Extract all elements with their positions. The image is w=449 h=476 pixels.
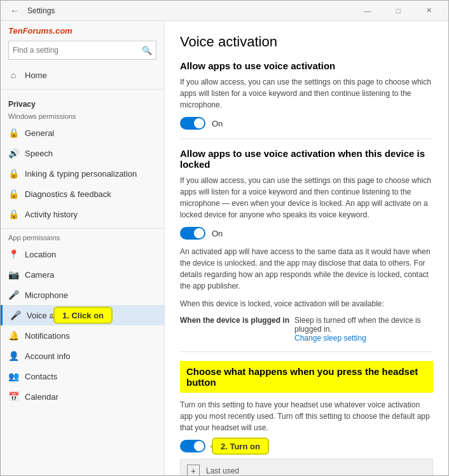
toggle-knob-1 [194, 118, 204, 128]
location-icon: 📍 [8, 249, 18, 259]
notifications-icon: 🔔 [8, 330, 18, 341]
microphone-icon: 🎤 [8, 290, 18, 300]
camera-icon: 📷 [8, 269, 18, 280]
toggle-row-1: On [180, 117, 433, 130]
close-button[interactable]: ✕ [414, 1, 443, 21]
sidebar-item-voice[interactable]: 🎤 Voice activation 1. Click on [1, 305, 164, 325]
titlebar: ← Settings — □ ✕ [1, 1, 448, 21]
activity-icon: 🔒 [8, 209, 18, 219]
sidebar-item-account[interactable]: 👤 Account info [1, 346, 164, 366]
sidebar-item-label: Contacts [25, 372, 57, 381]
toggle-locked[interactable] [180, 227, 205, 240]
sidebar-divider [1, 89, 164, 90]
sidebar-divider2 [1, 228, 164, 229]
sidebar-item-label: Home [25, 71, 47, 80]
click-on-annotation: 1. Click on [53, 307, 113, 324]
sidebar-item-label: General [25, 128, 54, 138]
sidebar-item-location[interactable]: 📍 Location [1, 244, 164, 264]
section2-title: Allow apps to use voice activation when … [180, 148, 433, 170]
add-icon: + [187, 465, 200, 475]
sidebar-item-notifications[interactable]: 🔔 Notifications [1, 325, 164, 346]
content-area: Voice activation Allow apps to use voice… [165, 21, 448, 475]
logo-text: TenForums.com [8, 26, 73, 36]
toggle-headset[interactable] [180, 440, 205, 452]
minimize-button[interactable]: — [353, 1, 382, 21]
privacy-section-label: Privacy [1, 93, 164, 111]
section1-desc: If you allow access, you can use the set… [180, 76, 433, 111]
section2-desc: If you allow access, you can use the set… [180, 175, 433, 221]
device-plugged-key: When the device is plugged in [180, 316, 289, 325]
section-divider-1 [180, 139, 433, 139]
add-row[interactable]: + Last used [180, 459, 433, 475]
sidebar-logo: TenForums.com [1, 21, 164, 38]
sidebar-item-label: Location [25, 250, 56, 259]
sidebar-item-home[interactable]: ⌂ Home [1, 65, 164, 85]
inking-icon: 🔒 [8, 168, 18, 179]
back-button[interactable]: ← [6, 2, 24, 20]
section3-title: Choose what happens when you press the h… [186, 366, 427, 388]
toggle-section-3: On 2. Turn on [180, 440, 433, 452]
page-title: Voice activation [180, 34, 433, 50]
last-used-label: Last used [206, 466, 239, 475]
window-title: Settings [27, 6, 353, 15]
toggle-label-2: On [212, 229, 223, 238]
sidebar-item-contacts[interactable]: 👥 Contacts [1, 366, 164, 386]
sidebar-item-diagnostics[interactable]: 🔒 Diagnostics & feedback [1, 184, 164, 204]
sidebar-item-label: Camera [25, 270, 54, 280]
maximize-button[interactable]: □ [383, 1, 413, 21]
sidebar: TenForums.com 🔍 ⌂ Home Privacy Windows p… [1, 21, 165, 475]
home-icon: ⌂ [8, 70, 18, 80]
section-allow-apps: Allow apps to use voice activation If yo… [180, 60, 433, 130]
section-headset-highlighted: Choose what happens when you press the h… [180, 361, 433, 393]
speech-icon: 🔊 [8, 148, 18, 158]
voice-icon: 🎤 [10, 310, 20, 320]
sidebar-item-inking[interactable]: 🔒 Inking & typing personalization [1, 163, 164, 184]
contacts-icon: 👥 [8, 371, 18, 381]
section2-after-desc: An activated app will have access to the… [180, 246, 433, 292]
toggle-label-1: On [212, 119, 223, 128]
sidebar-item-camera[interactable]: 📷 Camera [1, 264, 164, 285]
sidebar-item-label: Speech [25, 149, 53, 158]
sidebar-item-general[interactable]: 🔒 General [1, 123, 164, 143]
search-box[interactable]: 🔍 [8, 41, 156, 60]
app-permissions-label: App permissions [1, 233, 164, 244]
windows-permissions-label: Windows permissions [1, 111, 164, 123]
window-controls: — □ ✕ [353, 1, 443, 21]
device-plugged-row: When the device is plugged in Sleep is t… [180, 316, 433, 343]
sidebar-item-microphone[interactable]: 🎤 Microphone [1, 285, 164, 305]
main-layout: TenForums.com 🔍 ⌂ Home Privacy Windows p… [1, 21, 448, 475]
sidebar-item-activity[interactable]: 🔒 Activity history [1, 204, 164, 224]
sidebar-item-label: Microphone [25, 290, 68, 300]
section1-title: Allow apps to use voice activation [180, 60, 433, 71]
device-plugged-val: Sleep is turned off when the device is p… [294, 316, 433, 334]
toggle-allow-apps[interactable] [180, 117, 205, 130]
sidebar-item-label: Activity history [25, 210, 78, 219]
toggle-knob-2 [194, 228, 204, 238]
sidebar-item-label: Calendar [25, 392, 59, 402]
lock-icon: 🔒 [8, 128, 18, 138]
toggle-row-2: On [180, 227, 433, 240]
section3-desc: Turn on this setting to have your headse… [180, 399, 433, 433]
settings-window: ← Settings — □ ✕ TenForums.com 🔍 ⌂ Home … [0, 0, 449, 476]
calendar-icon: 📅 [8, 391, 18, 402]
section-divider-2 [180, 351, 433, 352]
diagnostics-icon: 🔒 [8, 189, 18, 199]
account-icon: 👤 [8, 351, 18, 361]
sidebar-item-label: Account info [25, 351, 71, 361]
search-input[interactable] [13, 46, 142, 55]
search-icon: 🔍 [142, 46, 152, 55]
sidebar-item-calendar[interactable]: 📅 Calendar [1, 386, 164, 407]
change-sleep-link[interactable]: Change sleep setting [294, 334, 366, 343]
section2-available-label: When this device is locked, voice activa… [180, 298, 433, 309]
sidebar-item-label: Notifications [25, 331, 70, 341]
sidebar-item-label: Diagnostics & feedback [25, 189, 111, 199]
toggle-knob-3 [194, 441, 204, 451]
turn-on-annotation: 2. Turn on [212, 438, 269, 455]
sidebar-item-label: Inking & typing personalization [25, 169, 137, 179]
toggle-row-3: On 2. Turn on [180, 440, 433, 452]
section-locked: Allow apps to use voice activation when … [180, 148, 433, 343]
sidebar-item-speech[interactable]: 🔊 Speech [1, 143, 164, 163]
